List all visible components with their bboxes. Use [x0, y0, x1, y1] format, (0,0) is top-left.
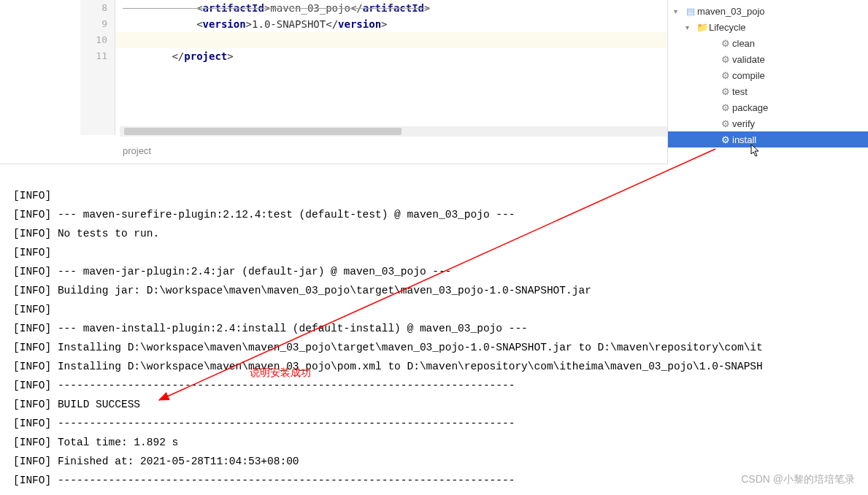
gear-icon: ⚙	[719, 70, 732, 81]
console-line: [INFO] Installing D:\workspace\maven\mav…	[13, 338, 855, 357]
tree-label: package	[732, 102, 768, 113]
code-line: <artifactId>maven_03_pojo</artifactId>	[115, 0, 667, 16]
console-line: [INFO]	[13, 300, 855, 319]
horizontal-scrollbar[interactable]	[120, 126, 667, 137]
lifecycle-verify[interactable]: ⚙verify	[668, 115, 868, 131]
watermark: CSDN @小黎的培培笔录	[741, 473, 855, 486]
line-gutter: 8 9 10 11	[80, 0, 115, 135]
gear-icon: ⚙	[719, 102, 732, 113]
console-line: [INFO] Finished at: 2021-05-28T11:04:53+…	[13, 452, 855, 471]
maven-sidebar: ▾ ▤ maven_03_pojo ▾ 📁 Lifecycle ⚙clean ⚙…	[667, 0, 868, 164]
chevron-down-icon: ▾	[685, 23, 696, 31]
folder-icon: 📁	[696, 22, 709, 33]
console-line: [INFO] ---------------------------------…	[13, 414, 855, 433]
console-line: [INFO] BUILD SUCCESS	[13, 395, 855, 414]
breadcrumb[interactable]: project	[123, 145, 151, 156]
lifecycle-install[interactable]: ⚙install	[668, 131, 868, 147]
gear-icon: ⚙	[719, 118, 732, 129]
line-number: 11	[80, 48, 107, 64]
scrollbar-thumb[interactable]	[124, 128, 402, 135]
module-icon: ▤	[684, 6, 697, 17]
tree-folder-lifecycle[interactable]: ▾ 📁 Lifecycle	[668, 19, 868, 35]
lifecycle-compile[interactable]: ⚙compile	[668, 67, 868, 83]
gear-icon: ⚙	[719, 134, 732, 145]
tree-root-module[interactable]: ▾ ▤ maven_03_pojo	[668, 3, 868, 19]
tree-label: Lifecycle	[709, 22, 746, 33]
editor-area: 8 9 10 11 <artifactId>maven_03_pojo</art…	[0, 0, 667, 164]
chevron-down-icon: ▾	[674, 7, 684, 15]
console-line: [INFO] No tests to run.	[13, 224, 855, 243]
console-line: [INFO] ---------------------------------…	[13, 471, 855, 490]
console-line: [INFO] Total time: 1.892 s	[13, 433, 855, 452]
gear-icon: ⚙	[719, 86, 732, 97]
line-number: 10	[80, 32, 107, 48]
line-number: 8	[80, 0, 107, 16]
code-line: </project>	[115, 48, 667, 64]
lifecycle-package[interactable]: ⚙package	[668, 99, 868, 115]
tree-label: test	[732, 86, 748, 97]
lifecycle-clean[interactable]: ⚙clean	[668, 35, 868, 51]
line-number: 9	[80, 16, 107, 32]
console-line: [INFO] ---------------------------------…	[13, 376, 855, 395]
build-console[interactable]: [INFO] [INFO] --- maven-surefire-plugin:…	[0, 164, 868, 490]
annotation-text: 说明安装成功	[250, 367, 311, 380]
cursor-icon	[750, 144, 761, 157]
top-pane: 8 9 10 11 <artifactId>maven_03_pojo</art…	[0, 0, 868, 164]
code-line	[115, 32, 667, 48]
tree-label: maven_03_pojo	[697, 6, 765, 17]
lifecycle-test[interactable]: ⚙test	[668, 83, 868, 99]
tree-label: clean	[732, 38, 755, 49]
console-line: [INFO] Building jar: D:\workspace\maven\…	[13, 281, 855, 300]
lifecycle-validate[interactable]: ⚙validate	[668, 51, 868, 67]
tree-label: verify	[732, 118, 755, 129]
console-line: [INFO]	[13, 243, 855, 262]
gear-icon: ⚙	[719, 54, 732, 65]
code-area[interactable]: <artifactId>maven_03_pojo</artifactId> <…	[115, 0, 667, 64]
tree-label: compile	[732, 70, 765, 81]
tree-label: validate	[732, 54, 765, 65]
console-line: [INFO]	[13, 186, 855, 205]
code-line: <version>1.0-SNAPSHOT</version>	[115, 16, 667, 32]
console-line: [INFO] Installing D:\workspace\maven\mav…	[13, 357, 855, 376]
console-line: [INFO] --- maven-jar-plugin:2.4:jar (def…	[13, 262, 855, 281]
console-line: [INFO] --- maven-install-plugin:2.4:inst…	[13, 319, 855, 338]
gear-icon: ⚙	[719, 38, 732, 49]
console-line: [INFO] --- maven-surefire-plugin:2.12.4:…	[13, 205, 855, 224]
